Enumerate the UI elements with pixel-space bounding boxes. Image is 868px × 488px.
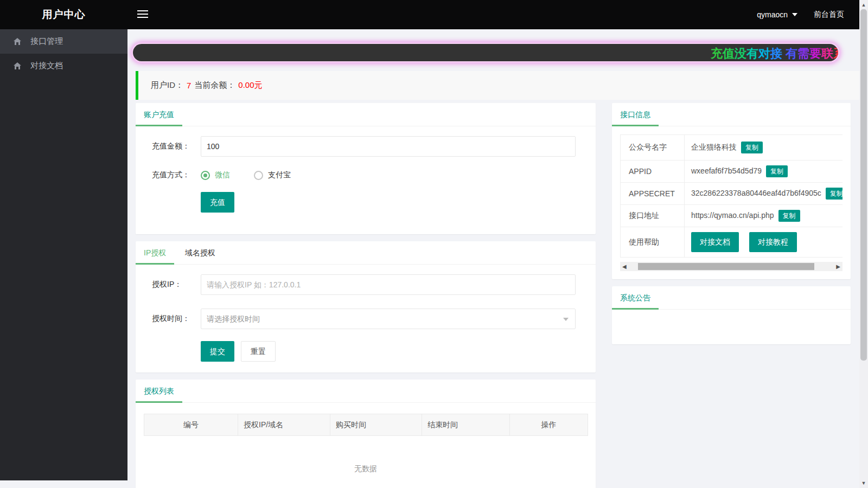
row-label: APPSECRET: [621, 183, 685, 205]
app-title: 用户中心: [0, 0, 127, 29]
auth-time-label: 授权时间：: [152, 314, 201, 324]
api-info-table: 公众号名字 企业猫络科技复制 APPID wxeefaf6f7b54d5d79复…: [620, 134, 843, 258]
col-header-ip: 授权IP/域名: [238, 414, 330, 436]
sidebar-item-docs[interactable]: 对接文档: [0, 54, 127, 78]
api-info-card: 接口信息 公众号名字 企业猫络科技复制 APPID wxeefaf6f7b54d…: [612, 103, 851, 279]
announcement-card: 系统公告: [612, 286, 851, 344]
sidebar-item-label: 接口管理: [30, 36, 63, 47]
main-content: 充值没有对接 有需要联系 用户ID： 7 当前余额： 0.00元 账户充值 充值…: [127, 29, 859, 488]
scroll-left-arrow-icon[interactable]: ◀: [622, 264, 627, 269]
user-dropdown[interactable]: qymaocn: [757, 10, 797, 19]
copy-button[interactable]: 复制: [766, 165, 788, 177]
amount-label: 充值金额：: [152, 142, 201, 151]
row-label: 接口地址: [621, 205, 685, 227]
sidebar: 接口管理 对接文档: [0, 29, 127, 480]
auth-time-select[interactable]: 请选择授权时间: [201, 309, 576, 329]
scroll-down-arrow-icon[interactable]: ▼: [859, 480, 868, 486]
scroll-right-arrow-icon[interactable]: ▶: [836, 264, 840, 269]
submit-button[interactable]: 提交: [201, 341, 234, 362]
notice-marquee: 充值没有对接 有需要联系: [133, 44, 838, 61]
top-header: 用户中心 qymaocn 前台首页: [0, 0, 868, 29]
docs-button[interactable]: 对接文档: [691, 232, 739, 252]
recharge-card-title: 账户充值: [136, 103, 182, 126]
chevron-down-icon: [792, 13, 797, 16]
home-icon: [13, 37, 22, 46]
copy-button[interactable]: 复制: [826, 188, 843, 200]
auth-list-table: 编号 授权IP/域名 购买时间 结束时间 操作: [144, 414, 588, 436]
api-info-title: 接口信息: [612, 103, 659, 126]
auth-ip-input[interactable]: [201, 274, 576, 295]
col-header-buy-time: 购买时间: [330, 414, 422, 436]
balance-label: 当前余额：: [194, 80, 235, 91]
col-header-end-time: 结束时间: [422, 414, 510, 436]
radio-circle-icon: [254, 171, 263, 180]
row-label: 公众号名字: [621, 135, 685, 160]
announcement-body: [612, 310, 851, 344]
user-info-bar: 用户ID： 7 当前余额： 0.00元: [136, 71, 868, 100]
amount-input[interactable]: [201, 136, 576, 157]
radio-wechat[interactable]: 微信: [201, 170, 230, 180]
auth-ip-label: 授权IP：: [152, 280, 201, 290]
authorize-card: IP授权 域名授权 授权IP： 授权时间： 请选择授权时间 提交 重置: [136, 241, 596, 373]
api-url-value: https://qymao.cn/api.php: [691, 211, 774, 220]
sidebar-item-api-management[interactable]: 接口管理: [0, 29, 127, 54]
window-scrollbar[interactable]: ▲ ▼: [859, 0, 868, 488]
user-id-value: 7: [187, 81, 191, 90]
announcement-title: 系统公告: [612, 286, 659, 310]
auth-list-title: 授权列表: [136, 380, 182, 403]
sidebar-item-label: 对接文档: [30, 61, 63, 71]
scrollbar-thumb[interactable]: [638, 263, 814, 270]
recharge-button[interactable]: 充值: [201, 192, 234, 213]
account-name-value: 企业猫络科技: [691, 143, 737, 151]
horizontal-scrollbar[interactable]: ◀ ▶: [620, 262, 843, 271]
window-scrollbar-thumb[interactable]: [860, 9, 867, 361]
hamburger-menu-icon[interactable]: [137, 10, 148, 19]
copy-button[interactable]: 复制: [778, 210, 800, 222]
reset-button[interactable]: 重置: [241, 341, 276, 362]
auth-time-placeholder: 请选择授权时间: [207, 314, 260, 323]
row-label: APPID: [621, 160, 685, 183]
user-dropdown-label: qymaocn: [757, 10, 788, 19]
radio-circle-icon: [201, 171, 210, 180]
appsecret-value: 32c286223378a80446eaf4d7b6f4905c: [691, 189, 821, 197]
home-icon: [13, 62, 22, 70]
empty-data-text: 无数据: [144, 436, 588, 488]
marquee-text: 充值没有对接 有需要联系: [711, 46, 838, 61]
recharge-card: 账户充值 充值金额： 充值方式： 微信: [136, 103, 596, 234]
tab-domain-auth[interactable]: 域名授权: [177, 241, 224, 265]
radio-alipay[interactable]: 支付宝: [254, 170, 291, 180]
tab-ip-auth[interactable]: IP授权: [136, 241, 174, 265]
frontend-home-link[interactable]: 前台首页: [814, 10, 844, 20]
method-label: 充值方式：: [152, 170, 201, 180]
copy-button[interactable]: 复制: [741, 142, 763, 153]
auth-list-card: 授权列表 编号 授权IP/域名 购买时间 结束时间 操作 无数据: [136, 380, 596, 488]
user-id-label: 用户ID：: [151, 80, 183, 91]
col-header-actions: 操作: [510, 414, 588, 436]
select-caret-icon: [563, 318, 569, 321]
balance-value: 0.00元: [238, 80, 262, 91]
col-header-id: 编号: [144, 414, 238, 436]
tutorial-button[interactable]: 对接教程: [749, 232, 797, 252]
help-label: 使用帮助: [621, 227, 685, 258]
appid-value: wxeefaf6f7b54d5d79: [691, 166, 762, 175]
scroll-up-arrow-icon[interactable]: ▲: [859, 2, 868, 8]
